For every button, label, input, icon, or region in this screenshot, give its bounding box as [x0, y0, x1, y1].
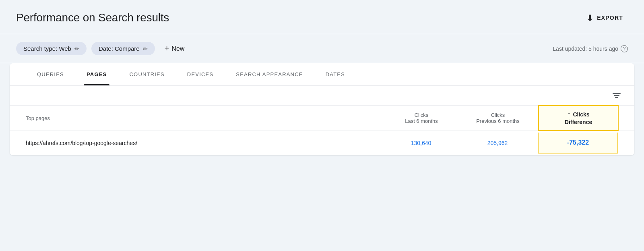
cell-clicks-diff: -75,322	[538, 133, 618, 154]
tab-search-appearance[interactable]: SEARCH APPEARANCE	[225, 63, 314, 85]
search-type-filter[interactable]: Search type: Web ✏	[16, 42, 87, 55]
export-icon: ⬇	[586, 13, 594, 23]
table-header-row: Top pages Clicks Last 6 months Clicks Pr…	[10, 106, 634, 131]
new-label: New	[171, 45, 184, 52]
col-clicks-last-header: Clicks Last 6 months	[385, 106, 458, 131]
main-content-card: QUERIES PAGES COUNTRIES DEVICES SEARCH A…	[10, 63, 634, 155]
col-diff-title: ↑ Clicks	[567, 111, 589, 118]
col-pages-header: Top pages	[26, 106, 385, 131]
filter-section: Search type: Web ✏ Date: Compare ✏ + New…	[0, 34, 644, 63]
search-type-edit-icon: ✏	[74, 46, 79, 52]
tab-queries[interactable]: QUERIES	[26, 63, 75, 85]
sort-up-arrow-icon: ↑	[567, 111, 570, 118]
search-type-label: Search type: Web	[23, 45, 71, 52]
last-updated-section: Last updated: 5 hours ago ?	[553, 45, 628, 52]
toolbar-row	[10, 86, 634, 106]
help-icon[interactable]: ?	[621, 45, 628, 52]
date-label: Date: Compare	[99, 45, 140, 52]
table-section: Top pages Clicks Last 6 months Clicks Pr…	[10, 106, 634, 155]
cell-page-url[interactable]: https://ahrefs.com/blog/top-google-searc…	[26, 140, 385, 146]
cell-clicks-prev: 205,962	[457, 140, 538, 146]
date-edit-icon: ✏	[143, 46, 148, 52]
tab-pages[interactable]: PAGES	[75, 63, 118, 85]
date-filter[interactable]: Date: Compare ✏	[91, 42, 155, 55]
filter-left: Search type: Web ✏ Date: Compare ✏ + New	[16, 41, 189, 56]
col-clicks-last-label: Clicks	[415, 112, 429, 118]
last-updated-text: Last updated: 5 hours ago	[553, 46, 618, 52]
cell-clicks-last: 130,640	[385, 140, 457, 146]
export-label: EXPORT	[597, 15, 623, 21]
table-filter-button[interactable]	[612, 91, 621, 100]
col-diff-header-inner: ↑ Clicks Difference	[565, 111, 592, 125]
header-section: Performance on Search results ⬇ EXPORT	[0, 0, 644, 34]
plus-icon: +	[165, 44, 169, 53]
col-clicks-prev-label: Clicks	[491, 112, 505, 118]
tab-countries[interactable]: COUNTRIES	[118, 63, 175, 85]
col-clicks-diff-header[interactable]: ↑ Clicks Difference	[538, 105, 619, 131]
filter-lines-icon	[612, 91, 621, 100]
col-clicks-prev-period: Previous 6 months	[476, 118, 520, 124]
table-row: https://ahrefs.com/blog/top-google-searc…	[10, 131, 634, 155]
page-wrapper: Performance on Search results ⬇ EXPORT S…	[0, 0, 644, 155]
col-diff-difference-label: Difference	[565, 119, 592, 125]
page-title: Performance on Search results	[16, 11, 169, 24]
tab-dates[interactable]: DATES	[314, 63, 356, 85]
tabs-row: QUERIES PAGES COUNTRIES DEVICES SEARCH A…	[10, 63, 634, 86]
new-filter-button[interactable]: + New	[160, 41, 190, 56]
col-clicks-prev-header: Clicks Previous 6 months	[458, 106, 538, 131]
tab-devices[interactable]: DEVICES	[176, 63, 225, 85]
col-diff-clicks-label: Clicks	[573, 111, 589, 118]
col-clicks-last-period: Last 6 months	[405, 118, 438, 124]
export-button[interactable]: ⬇ EXPORT	[582, 10, 628, 26]
